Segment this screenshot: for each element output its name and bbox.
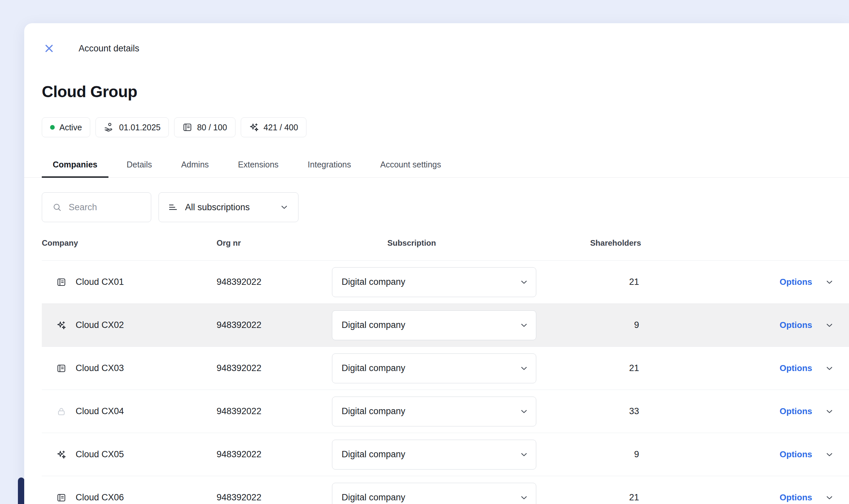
chevron-down-icon: [519, 493, 529, 502]
options-expand-chevron-icon[interactable]: [825, 321, 834, 330]
column-header-subscription: Subscription: [332, 238, 536, 248]
chevron-down-icon: [519, 277, 529, 287]
shareholders-count: 9: [536, 320, 641, 330]
renewal-date-label: 01.01.2025: [119, 123, 161, 132]
sparkles-icon: [56, 450, 66, 460]
chevron-down-icon: [519, 364, 529, 373]
shareholders-count: 21: [536, 277, 641, 287]
search-box: [42, 192, 151, 222]
list-icon: [168, 202, 178, 212]
sparkles-icon: [56, 320, 66, 330]
newspaper-icon: [56, 277, 66, 287]
options-button[interactable]: Options: [780, 449, 812, 460]
options-expand-chevron-icon[interactable]: [825, 364, 834, 373]
options-button[interactable]: Options: [780, 492, 812, 503]
tab-bar: Companies Details Admins Extensions Inte…: [24, 152, 849, 178]
scrollbar-thumb[interactable]: [18, 478, 24, 504]
subscription-value: Digital company: [342, 449, 519, 460]
options-expand-chevron-icon[interactable]: [825, 407, 834, 416]
subscription-select[interactable]: Digital company: [332, 397, 536, 427]
sparkles-icon: [249, 122, 259, 132]
account-details-panel: Account details Cloud Group Active 01.01…: [24, 23, 849, 504]
org-nr: 948392022: [217, 449, 332, 460]
subscription-value: Digital company: [342, 277, 519, 287]
org-nr: 948392022: [217, 492, 332, 503]
column-header-company: Company: [42, 238, 217, 248]
credits-label: 421 / 400: [264, 123, 298, 132]
org-nr: 948392022: [217, 320, 332, 330]
options-button[interactable]: Options: [780, 363, 812, 373]
subscription-value: Digital company: [342, 492, 519, 503]
table-body: Cloud CX01 948392022 Digital company 21 …: [42, 260, 849, 504]
newspaper-icon: [56, 363, 66, 373]
column-header-shareholders: Shareholders: [536, 238, 641, 248]
close-icon: [43, 43, 55, 54]
company-name: Cloud CX01: [76, 277, 124, 287]
chevron-down-icon: [519, 450, 529, 459]
tab-admins[interactable]: Admins: [170, 152, 219, 178]
shareholders-count: 33: [536, 406, 641, 416]
panel-title: Account details: [78, 43, 139, 54]
hand-coins-icon: [104, 122, 114, 133]
chevron-down-icon: [519, 407, 529, 416]
status-dot: [50, 125, 55, 130]
chevron-down-icon: [279, 203, 289, 212]
options-button[interactable]: Options: [780, 277, 812, 287]
status-badge: Active: [42, 118, 90, 137]
subscription-filter-value: All subscriptions: [185, 202, 272, 213]
table-row: Cloud CX03 948392022 Digital company 21 …: [42, 346, 849, 390]
chevron-down-icon: [519, 321, 529, 330]
table-row: Cloud CX04 948392022 Digital company 33 …: [42, 390, 849, 433]
subscription-select[interactable]: Digital company: [332, 310, 536, 340]
options-button[interactable]: Options: [780, 320, 812, 330]
options-expand-chevron-icon[interactable]: [825, 493, 834, 502]
account-name: Cloud Group: [42, 82, 849, 102]
newspaper-icon: [56, 493, 66, 503]
org-nr: 948392022: [217, 277, 332, 287]
badges-row: Active 01.01.2025 80 / 100 421 / 400: [42, 118, 849, 137]
subscription-select[interactable]: Digital company: [332, 483, 536, 504]
close-button[interactable]: [43, 42, 55, 55]
subscription-value: Digital company: [342, 363, 519, 373]
shareholders-count: 9: [536, 449, 641, 460]
options-expand-chevron-icon[interactable]: [825, 450, 834, 459]
subscription-select[interactable]: Digital company: [332, 440, 536, 469]
org-nr: 948392022: [217, 406, 332, 416]
subscription-select[interactable]: Digital company: [332, 354, 536, 383]
license-count-label: 80 / 100: [197, 123, 227, 132]
shareholders-count: 21: [536, 363, 641, 373]
license-count-badge: 80 / 100: [174, 118, 235, 137]
subscription-filter-dropdown[interactable]: All subscriptions: [159, 192, 299, 222]
subscription-value: Digital company: [342, 406, 519, 416]
options-button[interactable]: Options: [780, 406, 812, 416]
table-row: Cloud CX02 948392022 Digital company 9 O…: [42, 303, 849, 346]
company-name: Cloud CX06: [76, 492, 124, 503]
tab-companies[interactable]: Companies: [42, 152, 108, 178]
table-row: Cloud CX05 948392022 Digital company 9 O…: [42, 433, 849, 476]
subscription-select[interactable]: Digital company: [332, 267, 536, 297]
panel-header: Account details: [43, 42, 849, 55]
table-row: Cloud CX01 948392022 Digital company 21 …: [42, 260, 849, 303]
company-name: Cloud CX04: [76, 406, 124, 416]
search-input[interactable]: [69, 202, 143, 213]
filters-row: All subscriptions: [42, 192, 849, 222]
credits-badge: 421 / 400: [241, 118, 306, 137]
table-header: Company Org nr Subscription Shareholders: [42, 233, 849, 253]
options-expand-chevron-icon[interactable]: [825, 277, 834, 287]
tab-account-settings[interactable]: Account settings: [369, 152, 452, 178]
lock-icon: [56, 407, 66, 416]
tab-details[interactable]: Details: [116, 152, 163, 178]
subscription-value: Digital company: [342, 320, 519, 330]
company-name: Cloud CX02: [76, 320, 124, 330]
column-header-orgnr: Org nr: [217, 238, 332, 248]
tab-extensions[interactable]: Extensions: [227, 152, 290, 178]
company-name: Cloud CX05: [76, 449, 124, 460]
company-name: Cloud CX03: [76, 363, 124, 373]
ledger-icon: [182, 122, 192, 132]
renewal-date-badge: 01.01.2025: [95, 118, 169, 137]
search-icon: [52, 202, 62, 212]
tab-integrations[interactable]: Integrations: [297, 152, 362, 178]
table-row: Cloud CX06 948392022 Digital company 21 …: [42, 476, 849, 504]
org-nr: 948392022: [217, 363, 332, 373]
status-badge-label: Active: [59, 123, 82, 132]
